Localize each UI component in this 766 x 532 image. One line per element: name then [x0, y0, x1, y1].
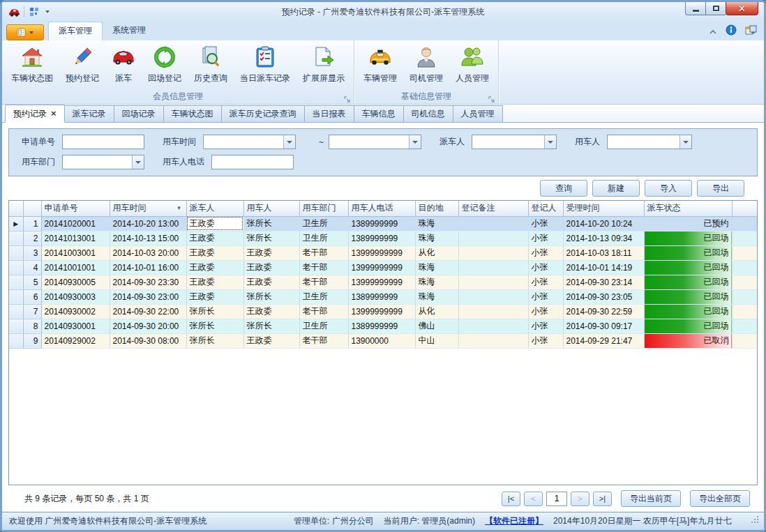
- grid-cell-dispatcher[interactable]: 王政委: [186, 260, 243, 275]
- column-header-accepted[interactable]: 受理时间: [563, 201, 644, 216]
- grid-cell-accepted[interactable]: 2014-09-29 21:47: [563, 333, 644, 348]
- grid-cell-dispatcher[interactable]: 张所长: [186, 304, 243, 319]
- row-selector-cell[interactable]: [9, 333, 23, 348]
- grid-cell-id[interactable]: 20140930002: [41, 304, 110, 319]
- grid-cell-user[interactable]: 张所长: [243, 319, 299, 333]
- grid-cell-note[interactable]: [458, 245, 528, 260]
- row-number-cell[interactable]: 3: [23, 245, 41, 260]
- table-row[interactable]: 7201409300022014-09-30 22:00张所长王政委老干部139…: [9, 304, 758, 319]
- table-row[interactable]: 6201409300032014-09-30 23:00王政委张所长卫生所138…: [9, 289, 758, 304]
- application-menu-button[interactable]: [6, 24, 44, 40]
- car-user-combo[interactable]: [607, 135, 692, 149]
- grid-cell-id[interactable]: 20141013001: [41, 231, 110, 245]
- export-all-pages-button[interactable]: 导出全部页: [690, 490, 750, 507]
- department-combo[interactable]: [62, 155, 144, 169]
- chevron-down-icon[interactable]: [132, 155, 144, 169]
- return-register-button[interactable]: 回场登记: [142, 43, 188, 90]
- column-header-dept[interactable]: 用车部门: [299, 201, 348, 216]
- tab-driver-info[interactable]: 司机信息: [403, 105, 453, 122]
- grid-cell-accepted[interactable]: 2014-10-13 09:34: [563, 231, 644, 245]
- grid-cell-dest[interactable]: 珠海: [415, 231, 458, 245]
- grid-cell-dept[interactable]: 老干部: [299, 333, 348, 348]
- row-selector-cell[interactable]: [9, 231, 23, 245]
- tab-vehicle-info[interactable]: 车辆信息: [354, 105, 404, 122]
- table-row[interactable]: 9201409290022014-09-30 08:00张所长王政委老干部139…: [9, 333, 758, 348]
- grid-cell-note[interactable]: [458, 275, 528, 289]
- grid-cell-dest[interactable]: 佛山: [415, 319, 458, 333]
- grid-cell-phone[interactable]: 13999999999: [348, 245, 415, 260]
- grid-cell-user[interactable]: 王政委: [243, 275, 299, 289]
- grid-cell-dept[interactable]: 老干部: [299, 275, 348, 289]
- grid-cell-time[interactable]: 2014-09-30 20:00: [110, 319, 186, 333]
- prev-page-button[interactable]: <: [524, 492, 543, 506]
- dispatcher-combo[interactable]: [472, 135, 557, 149]
- grid-cell-time[interactable]: 2014-09-30 23:30: [110, 275, 186, 289]
- grid-cell-phone[interactable]: 1389999999: [348, 231, 415, 245]
- grid-cell-user[interactable]: 王政委: [243, 245, 299, 260]
- grid-cell-accepted[interactable]: 2014-09-30 09:17: [563, 319, 644, 333]
- grid-cell-dept[interactable]: 老干部: [299, 304, 348, 319]
- vehicle-status-chart-button[interactable]: 车辆状态图: [5, 43, 59, 90]
- grid-cell-id[interactable]: 20140930003: [41, 289, 110, 304]
- export-button[interactable]: 导出: [697, 180, 744, 197]
- grid-cell-accepted[interactable]: 2014-09-30 22:59: [563, 304, 644, 319]
- tab-return-records[interactable]: 回场记录: [114, 105, 164, 122]
- row-selector-cell[interactable]: ▶: [9, 216, 23, 231]
- ribbon-collapse-chevron-icon[interactable]: [709, 25, 717, 38]
- grid-cell-dispatcher[interactable]: 张所长: [186, 333, 243, 348]
- grid-cell-dest[interactable]: 珠海: [415, 260, 458, 275]
- row-number-cell[interactable]: 4: [23, 260, 41, 275]
- grid-cell-accepted[interactable]: 2014-10-01 14:19: [563, 260, 644, 275]
- tab-close-icon[interactable]: ×: [51, 110, 57, 117]
- grid-cell-id[interactable]: 20140930001: [41, 319, 110, 333]
- resize-grip[interactable]: [751, 516, 760, 526]
- grid-cell-note[interactable]: [458, 319, 528, 333]
- request-no-input[interactable]: [62, 135, 144, 149]
- grid-cell-dept[interactable]: 卫生所: [299, 216, 348, 231]
- table-row[interactable]: 4201410010012014-10-01 16:00王政委王政委老干部139…: [9, 260, 758, 275]
- grid-cell-status[interactable]: 已回场: [644, 275, 732, 289]
- grid-cell-dispatcher[interactable]: 王政委: [186, 231, 243, 245]
- page-number-input[interactable]: [546, 492, 567, 506]
- grid-cell-registrar[interactable]: 小张: [528, 304, 563, 319]
- table-row[interactable]: 8201409300012014-09-30 20:00张所长张所长卫生所138…: [9, 319, 758, 333]
- dialog-launcher-icon[interactable]: [488, 94, 496, 102]
- tab-personnel-management[interactable]: 人员管理: [453, 105, 503, 122]
- grid-cell-status[interactable]: 已回场: [644, 260, 732, 275]
- next-page-button[interactable]: >: [571, 492, 589, 506]
- grid-cell-time[interactable]: 2014-10-13 15:00: [110, 231, 186, 245]
- export-current-page-button[interactable]: 导出当前页: [621, 490, 681, 507]
- row-number-cell[interactable]: 6: [23, 289, 41, 304]
- grid-cell-status[interactable]: 已取消: [644, 333, 732, 348]
- column-header-user[interactable]: 用车人: [243, 201, 299, 216]
- grid-cell-dispatcher[interactable]: 王政委: [186, 275, 243, 289]
- grid-cell-id[interactable]: 20141003001: [41, 245, 110, 260]
- maximize-button[interactable]: [705, 2, 726, 15]
- tab-dispatch-history-query[interactable]: 派车历史记录查询: [221, 105, 305, 122]
- row-number-cell[interactable]: 1: [23, 216, 41, 231]
- grid-cell-phone[interactable]: 13999999999: [348, 304, 415, 319]
- grid-cell-status[interactable]: 已预约: [644, 216, 732, 231]
- grid-cell-note[interactable]: [458, 216, 528, 231]
- import-button[interactable]: 导入: [645, 180, 692, 197]
- sort-filter-icon[interactable]: ▼: [177, 205, 182, 211]
- use-time-to-combo[interactable]: [329, 135, 421, 149]
- grid-cell-time[interactable]: 2014-10-01 16:00: [110, 260, 186, 275]
- quick-access-toolbar-icon[interactable]: [28, 6, 40, 18]
- grid-cell-time[interactable]: 2014-09-30 22:00: [110, 304, 186, 319]
- registered-link[interactable]: 【软件已注册】: [485, 515, 543, 527]
- row-number-cell[interactable]: 5: [23, 275, 41, 289]
- table-row[interactable]: 2201410130012014-10-13 15:00王政委张所长卫生所138…: [9, 231, 758, 245]
- grid-cell-user[interactable]: 王政委: [243, 260, 299, 275]
- grid-cell-status[interactable]: 已回场: [644, 289, 732, 304]
- grid-cell-phone[interactable]: 13999999999: [348, 275, 415, 289]
- ribbon-tab-dispatch-management[interactable]: 派车管理: [48, 22, 103, 40]
- query-button[interactable]: 查询: [540, 180, 587, 197]
- dialog-launcher-icon[interactable]: [344, 94, 352, 102]
- new-button[interactable]: 新建: [592, 180, 640, 197]
- table-row[interactable]: 5201409300052014-09-30 23:30王政委王政委老干部139…: [9, 275, 758, 289]
- grid-cell-user[interactable]: 张所长: [243, 216, 299, 231]
- chevron-down-icon[interactable]: [544, 135, 556, 149]
- column-header-dest[interactable]: 目的地: [415, 201, 458, 216]
- grid-cell-status[interactable]: 已回场: [644, 231, 732, 245]
